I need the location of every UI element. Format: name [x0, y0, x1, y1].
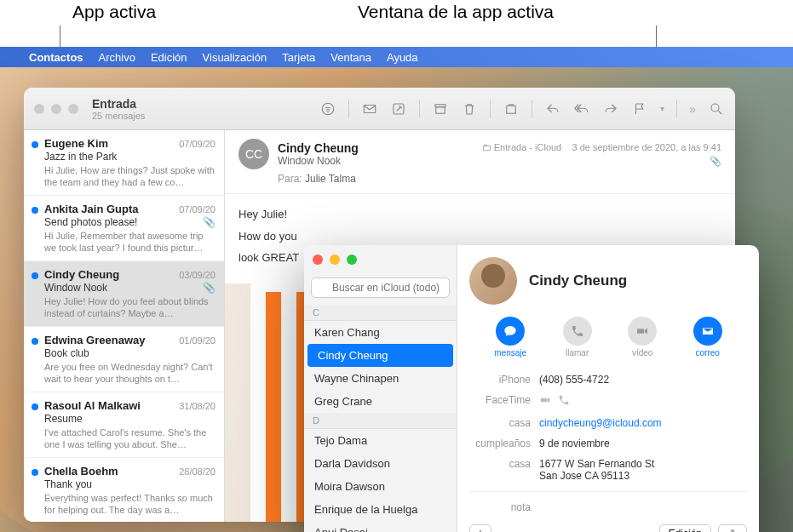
mail-item-subject: Jazz in the Park: [44, 151, 117, 163]
zoom-button[interactable]: [68, 104, 78, 114]
sender-avatar: CC: [238, 139, 269, 169]
reply-all-icon[interactable]: [573, 100, 590, 117]
detail-phone-value[interactable]: (408) 555-4722: [539, 374, 747, 386]
chevron-down-icon[interactable]: ▾: [660, 104, 664, 113]
menubar-app-name[interactable]: Contactos: [29, 51, 83, 64]
close-button[interactable]: [313, 255, 323, 265]
detail-address-value[interactable]: 1677 W San Fernando St San Jose CA 95113: [539, 458, 747, 482]
search-input[interactable]: [311, 277, 450, 298]
reply-icon[interactable]: [544, 100, 561, 117]
toolbar-divider: [532, 100, 532, 118]
detail-note-value[interactable]: [539, 501, 747, 513]
menubar-item-visualizacion[interactable]: Visualización: [203, 51, 267, 64]
archive-icon[interactable]: [432, 100, 449, 117]
contacts-section-header: D: [304, 413, 457, 429]
minimize-button[interactable]: [330, 255, 340, 265]
contacts-titlebar: [304, 245, 457, 274]
toolbar-divider: [348, 100, 349, 118]
menubar-item-archivo[interactable]: Archivo: [99, 51, 135, 64]
menubar-item-tarjeta[interactable]: Tarjeta: [282, 51, 315, 64]
zoom-button[interactable]: [347, 255, 357, 265]
action-call-label: llamar: [566, 348, 589, 358]
contacts-list[interactable]: CKaren ChangCindy CheungWayne ChinapenGr…: [304, 305, 457, 532]
mail-item-sender: Cindy Cheung: [44, 268, 119, 281]
contact-actions: mensaje llamar vídeo correo: [469, 317, 747, 358]
contact-list-item[interactable]: Tejo Dama: [304, 429, 457, 452]
mail-traffic-lights: [34, 104, 78, 114]
mail-item-sender: Chella Boehm: [44, 465, 118, 478]
mail-item-preview: Everything was perfect! Thanks so much f…: [44, 492, 215, 516]
detail-facetime: FaceTime: [469, 390, 747, 413]
close-button[interactable]: [34, 104, 44, 114]
detail-email-value[interactable]: cindycheung9@icloud.com: [539, 417, 747, 429]
mail-item-preview: Hi Julie, Remember that awesome trip we …: [44, 230, 215, 254]
contact-list-item[interactable]: Greg Crane: [304, 390, 457, 413]
facetime-video-icon[interactable]: [539, 394, 551, 409]
contact-list-item[interactable]: Moira Dawson: [304, 475, 457, 498]
action-video[interactable]: vídeo: [628, 317, 657, 358]
mail-item-date: 31/08/20: [179, 401, 215, 411]
mail-item-sender: Edwina Greenaway: [44, 334, 146, 346]
compose-icon[interactable]: [390, 100, 407, 117]
contact-list-item[interactable]: Karen Chang: [304, 321, 457, 344]
contact-list-item[interactable]: Darla Davidson: [304, 452, 457, 475]
detail-note-label: nota: [469, 501, 539, 513]
search-icon[interactable]: [708, 100, 725, 117]
mail-list-item[interactable]: Rasoul Al Malkawi31/08/20ResumeI've atta…: [24, 392, 224, 458]
more-icon[interactable]: »: [689, 102, 696, 116]
mail-list-item[interactable]: Ankita Jain Gupta07/09/20Send photos ple…: [24, 196, 224, 261]
detail-address: casa 1677 W San Fernando St San Jose CA …: [469, 454, 747, 486]
contact-list-item[interactable]: Enrique de la Huelga: [304, 498, 457, 521]
address-line2: San Jose CA 95113: [539, 470, 747, 482]
contacts-sidebar: 🔍 CKaren ChangCindy CheungWayne Chinapen…: [304, 245, 457, 532]
mail-list-item[interactable]: Edwina Greenaway01/09/20Book clubAre you…: [24, 327, 224, 392]
mail-item-date: 03/09/20: [179, 270, 215, 280]
mail-item-sender: Ankita Jain Gupta: [44, 203, 139, 215]
share-button[interactable]: [718, 524, 747, 532]
mail-item-preview: I've attached Carol's resume. She's the …: [44, 426, 215, 450]
flag-icon[interactable]: [631, 100, 648, 117]
mail-datetime: 3 de septiembre de 2020, a las 9:41: [572, 142, 721, 152]
mail-item-sender: Rasoul Al Malkawi: [44, 399, 141, 412]
envelope-icon[interactable]: [361, 100, 378, 117]
mail-item-date: 01/09/20: [179, 335, 215, 346]
svg-point-6: [711, 104, 719, 112]
mail-item-preview: Hey Julie! How do you feel about blinds …: [44, 295, 215, 319]
edit-button[interactable]: Edición: [659, 524, 711, 532]
contacts-section-header: C: [304, 305, 457, 321]
action-mail[interactable]: correo: [693, 317, 722, 358]
contact-list-item[interactable]: Anuj Desai: [304, 521, 457, 532]
add-contact-button[interactable]: +: [469, 524, 491, 532]
mail-titlebar: Entrada 25 mensajes ▾ »: [24, 88, 735, 130]
mail-list-item[interactable]: Eugene Kim07/09/20Jazz in the ParkHi Jul…: [24, 130, 224, 196]
mail-item-subject: Resume: [44, 413, 83, 425]
menubar-item-ventana[interactable]: Ventana: [330, 51, 371, 64]
contact-photo[interactable]: [469, 257, 517, 305]
contact-list-item[interactable]: Wayne Chinapen: [304, 367, 457, 390]
mail-from: Cindy Cheung: [278, 141, 474, 155]
address-line1: 1677 W San Fernando St: [539, 458, 747, 470]
action-message[interactable]: mensaje: [494, 317, 526, 358]
toolbar-divider: [676, 100, 677, 118]
mail-item-subject: Thank you: [44, 478, 92, 490]
contact-list-item[interactable]: Cindy Cheung: [307, 344, 453, 367]
detail-phone-label: iPhone: [469, 374, 539, 386]
filter-icon[interactable]: [319, 100, 336, 117]
mail-list-item[interactable]: Cindy Cheung03/09/20Window Nook📎Hey Juli…: [24, 261, 224, 327]
mail-message-list[interactable]: Eugene Kim07/09/20Jazz in the ParkHi Jul…: [24, 130, 225, 522]
menubar-item-ayuda[interactable]: Ayuda: [387, 51, 418, 64]
forward-icon[interactable]: [602, 100, 619, 117]
facetime-audio-icon[interactable]: [558, 394, 570, 409]
action-call[interactable]: llamar: [563, 317, 592, 358]
trash-icon[interactable]: [461, 100, 478, 117]
mail-list-item[interactable]: Chella Boehm28/08/20Thank youEverything …: [24, 458, 224, 522]
menubar-item-edicion[interactable]: Edición: [151, 51, 187, 64]
junk-icon[interactable]: [503, 100, 520, 117]
folder-icon: 🗀: [482, 142, 491, 152]
mail-to-value: Julie Talma: [305, 173, 356, 185]
mail-subject: Window Nook: [278, 155, 474, 167]
svg-rect-1: [364, 105, 376, 112]
detail-address-label: casa: [469, 458, 539, 482]
attachment-icon: 📎: [203, 282, 215, 294]
minimize-button[interactable]: [51, 104, 61, 114]
